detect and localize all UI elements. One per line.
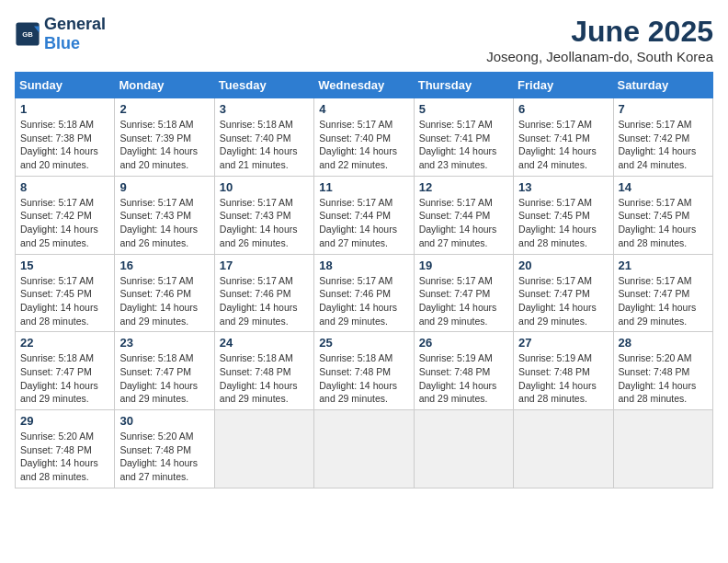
day-info: Sunrise: 5:17 AM Sunset: 7:47 PM Dayligh… <box>619 274 708 328</box>
day-info: Sunrise: 5:19 AM Sunset: 7:48 PM Dayligh… <box>419 351 508 406</box>
week-row-5: 29Sunrise: 5:20 AM Sunset: 7:48 PM Dayli… <box>16 410 713 488</box>
day-number: 22 <box>20 336 109 350</box>
day-number: 5 <box>419 102 508 116</box>
week-row-4: 22Sunrise: 5:18 AM Sunset: 7:47 PM Dayli… <box>16 332 713 410</box>
day-number: 6 <box>518 102 608 116</box>
day-number: 23 <box>119 336 209 350</box>
logo-general: General <box>44 15 106 33</box>
day-info: Sunrise: 5:18 AM Sunset: 7:48 PM Dayligh… <box>319 351 408 406</box>
day-info: Sunrise: 5:19 AM Sunset: 7:48 PM Dayligh… <box>518 351 608 406</box>
day-cell: 27Sunrise: 5:19 AM Sunset: 7:48 PM Dayli… <box>514 332 613 410</box>
day-cell: 19Sunrise: 5:17 AM Sunset: 7:47 PM Dayli… <box>414 254 513 332</box>
day-cell: 29Sunrise: 5:20 AM Sunset: 7:48 PM Dayli… <box>16 410 115 488</box>
day-cell: 25Sunrise: 5:18 AM Sunset: 7:48 PM Dayli… <box>314 332 414 410</box>
day-cell: 1Sunrise: 5:18 AM Sunset: 7:38 PM Daylig… <box>16 98 115 177</box>
day-cell <box>613 410 712 488</box>
day-cell: 9Sunrise: 5:17 AM Sunset: 7:43 PM Daylig… <box>115 176 214 254</box>
day-info: Sunrise: 5:17 AM Sunset: 7:46 PM Dayligh… <box>319 274 408 328</box>
day-cell: 21Sunrise: 5:17 AM Sunset: 7:47 PM Dayli… <box>613 254 712 332</box>
day-info: Sunrise: 5:17 AM Sunset: 7:46 PM Dayligh… <box>119 274 209 328</box>
day-info: Sunrise: 5:18 AM Sunset: 7:39 PM Dayligh… <box>119 118 209 172</box>
day-info: Sunrise: 5:17 AM Sunset: 7:42 PM Dayligh… <box>20 196 109 250</box>
day-cell: 2Sunrise: 5:18 AM Sunset: 7:39 PM Daylig… <box>115 98 214 177</box>
day-cell: 8Sunrise: 5:17 AM Sunset: 7:42 PM Daylig… <box>16 176 115 254</box>
day-cell: 23Sunrise: 5:18 AM Sunset: 7:47 PM Dayli… <box>115 332 214 410</box>
day-number: 15 <box>20 259 109 272</box>
calendar-table: SundayMondayTuesdayWednesdayThursdayFrid… <box>15 72 713 488</box>
day-info: Sunrise: 5:18 AM Sunset: 7:38 PM Dayligh… <box>20 118 109 172</box>
header-cell-tuesday: Tuesday <box>214 73 313 98</box>
header-cell-saturday: Saturday <box>613 73 712 98</box>
day-info: Sunrise: 5:17 AM Sunset: 7:41 PM Dayligh… <box>419 118 508 172</box>
day-info: Sunrise: 5:17 AM Sunset: 7:45 PM Dayligh… <box>518 196 608 250</box>
day-number: 19 <box>419 259 508 272</box>
day-info: Sunrise: 5:18 AM Sunset: 7:47 PM Dayligh… <box>119 351 209 406</box>
day-number: 10 <box>220 180 309 194</box>
day-number: 20 <box>518 259 608 272</box>
day-info: Sunrise: 5:17 AM Sunset: 7:43 PM Dayligh… <box>119 196 209 250</box>
day-cell: 26Sunrise: 5:19 AM Sunset: 7:48 PM Dayli… <box>414 332 513 410</box>
day-info: Sunrise: 5:17 AM Sunset: 7:42 PM Dayligh… <box>619 118 708 172</box>
day-number: 1 <box>20 102 109 116</box>
day-cell: 18Sunrise: 5:17 AM Sunset: 7:46 PM Dayli… <box>314 254 414 332</box>
day-number: 28 <box>619 336 708 350</box>
location-title: Joseong, Jeollanam-do, South Korea <box>486 49 713 64</box>
day-info: Sunrise: 5:20 AM Sunset: 7:48 PM Dayligh… <box>619 351 708 406</box>
day-cell: 7Sunrise: 5:17 AM Sunset: 7:42 PM Daylig… <box>613 98 712 177</box>
day-cell: 14Sunrise: 5:17 AM Sunset: 7:45 PM Dayli… <box>613 176 712 254</box>
day-info: Sunrise: 5:17 AM Sunset: 7:44 PM Dayligh… <box>419 196 508 250</box>
logo-blue: Blue <box>44 34 80 52</box>
day-cell: 17Sunrise: 5:17 AM Sunset: 7:46 PM Dayli… <box>214 254 313 332</box>
day-cell: 16Sunrise: 5:17 AM Sunset: 7:46 PM Dayli… <box>115 254 214 332</box>
day-number: 14 <box>619 180 708 194</box>
day-cell: 6Sunrise: 5:17 AM Sunset: 7:41 PM Daylig… <box>514 98 613 177</box>
title-area: June 2025 Joseong, Jeollanam-do, South K… <box>486 15 713 64</box>
day-number: 17 <box>220 259 309 272</box>
header-cell-friday: Friday <box>514 73 613 98</box>
day-number: 12 <box>419 180 508 194</box>
day-cell <box>314 410 414 488</box>
day-cell: 10Sunrise: 5:17 AM Sunset: 7:43 PM Dayli… <box>214 176 313 254</box>
day-info: Sunrise: 5:17 AM Sunset: 7:45 PM Dayligh… <box>20 274 109 328</box>
day-cell: 13Sunrise: 5:17 AM Sunset: 7:45 PM Dayli… <box>514 176 613 254</box>
day-info: Sunrise: 5:18 AM Sunset: 7:40 PM Dayligh… <box>220 118 309 172</box>
day-info: Sunrise: 5:17 AM Sunset: 7:45 PM Dayligh… <box>619 196 708 250</box>
header-cell-thursday: Thursday <box>414 73 513 98</box>
day-cell: 4Sunrise: 5:17 AM Sunset: 7:40 PM Daylig… <box>314 98 414 177</box>
week-row-2: 8Sunrise: 5:17 AM Sunset: 7:42 PM Daylig… <box>16 176 713 254</box>
day-cell: 20Sunrise: 5:17 AM Sunset: 7:47 PM Dayli… <box>514 254 613 332</box>
header-cell-wednesday: Wednesday <box>314 73 414 98</box>
month-title: June 2025 <box>486 15 713 49</box>
day-cell: 11Sunrise: 5:17 AM Sunset: 7:44 PM Dayli… <box>314 176 414 254</box>
day-number: 4 <box>319 102 408 116</box>
page-header: GB General Blue June 2025 Joseong, Jeoll… <box>15 15 713 64</box>
day-number: 7 <box>619 102 708 116</box>
day-info: Sunrise: 5:17 AM Sunset: 7:44 PM Dayligh… <box>319 196 408 250</box>
day-cell: 24Sunrise: 5:18 AM Sunset: 7:48 PM Dayli… <box>214 332 313 410</box>
day-number: 24 <box>220 336 309 350</box>
header-cell-sunday: Sunday <box>16 73 115 98</box>
day-info: Sunrise: 5:17 AM Sunset: 7:40 PM Dayligh… <box>319 118 408 172</box>
day-number: 16 <box>119 259 209 272</box>
day-cell: 5Sunrise: 5:17 AM Sunset: 7:41 PM Daylig… <box>414 98 513 177</box>
day-number: 8 <box>20 180 109 194</box>
day-info: Sunrise: 5:17 AM Sunset: 7:47 PM Dayligh… <box>518 274 608 328</box>
day-number: 21 <box>619 259 708 272</box>
day-number: 9 <box>119 180 209 194</box>
day-number: 25 <box>319 336 408 350</box>
day-cell: 28Sunrise: 5:20 AM Sunset: 7:48 PM Dayli… <box>613 332 712 410</box>
day-cell <box>214 410 313 488</box>
day-number: 2 <box>119 102 209 116</box>
day-number: 3 <box>220 102 309 116</box>
day-cell <box>514 410 613 488</box>
day-cell <box>414 410 513 488</box>
logo-text: General Blue <box>44 15 106 53</box>
day-cell: 12Sunrise: 5:17 AM Sunset: 7:44 PM Dayli… <box>414 176 513 254</box>
day-info: Sunrise: 5:20 AM Sunset: 7:48 PM Dayligh… <box>20 430 109 484</box>
day-info: Sunrise: 5:17 AM Sunset: 7:41 PM Dayligh… <box>518 118 608 172</box>
day-cell: 30Sunrise: 5:20 AM Sunset: 7:48 PM Dayli… <box>115 410 214 488</box>
day-info: Sunrise: 5:17 AM Sunset: 7:47 PM Dayligh… <box>419 274 508 328</box>
day-cell: 3Sunrise: 5:18 AM Sunset: 7:40 PM Daylig… <box>214 98 313 177</box>
day-number: 11 <box>319 180 408 194</box>
day-number: 26 <box>419 336 508 350</box>
